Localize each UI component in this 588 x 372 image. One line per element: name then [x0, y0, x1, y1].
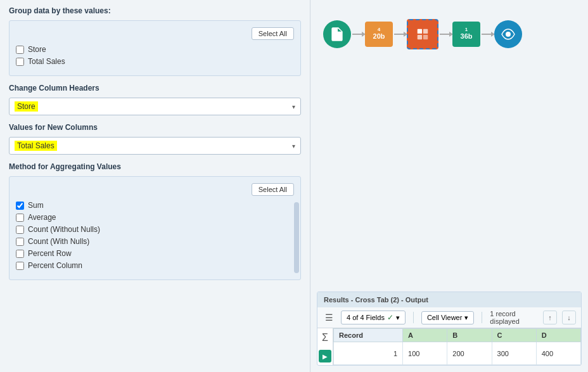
- aggregating-title: Method for Aggregating Values: [9, 162, 301, 171]
- checkbox-percent-row-row: Percent Row: [16, 249, 294, 258]
- fields-dropdown[interactable]: 4 of 4 Fields ✓ ▾: [341, 311, 406, 324]
- change-column-dropdown[interactable]: Store ▾: [9, 98, 301, 115]
- values-section: Values for New Columns Total Sales ▾: [9, 123, 301, 155]
- checkbox-count-with-nulls-row: Count (With Nulls): [16, 237, 294, 246]
- table-header-row: Record A B C D: [334, 329, 581, 342]
- values-dropdown-arrow-icon: ▾: [292, 143, 295, 150]
- checkbox-totalsales-row: Total Sales: [16, 57, 294, 66]
- record-count: 1 record displayed: [490, 310, 538, 325]
- node-book[interactable]: [323, 20, 351, 48]
- results-panel: Results - Cross Tab (2) - Output ☰ 4 of …: [317, 292, 582, 366]
- change-column-section: Change Column Headers Store ▾: [9, 84, 301, 115]
- col-header-c: C: [492, 329, 536, 342]
- left-panel: Group data by these values: Select All S…: [0, 0, 310, 372]
- values-section-title: Values for New Columns: [9, 123, 301, 132]
- cell-d-1: 400: [536, 342, 580, 365]
- group-section: Select All Store Total Sales: [9, 20, 301, 76]
- toolbar-divider-2: [482, 312, 482, 323]
- change-column-value: Store: [15, 101, 38, 112]
- node-count-inner: 4 20b: [365, 22, 393, 47]
- nav-down-button[interactable]: ↓: [562, 311, 576, 324]
- node-crosstab-inner: [408, 20, 437, 48]
- change-column-title: Change Column Headers: [9, 84, 301, 93]
- svg-rect-2: [418, 35, 422, 39]
- agg-select-all-button[interactable]: Select All: [252, 183, 294, 196]
- fields-check-icon: ✓: [387, 313, 393, 322]
- checkbox-percent-col-row: Percent Column: [16, 261, 294, 270]
- cell-viewer-dropdown[interactable]: Cell Viewer ▾: [421, 311, 474, 324]
- checkbox-sum-row: Sum: [16, 201, 294, 210]
- nav-up-button[interactable]: ↑: [543, 311, 557, 324]
- table-row: 1 100 200 300 400: [334, 342, 581, 365]
- values-dropdown-value: Total Sales: [15, 141, 57, 151]
- node-output-mid-label: 36b: [461, 32, 473, 41]
- workflow-nodes: 4 20b: [323, 19, 522, 49]
- node-browse[interactable]: [494, 20, 522, 48]
- checkbox-totalsales-label: Total Sales: [28, 57, 65, 66]
- checkbox-count-no-nulls-row: Count (Without Nulls): [16, 225, 294, 234]
- node-crosstab[interactable]: [407, 19, 438, 49]
- col-header-b: B: [447, 329, 492, 342]
- connector-4: [482, 34, 493, 35]
- checkbox-sum-label: Sum: [28, 201, 44, 210]
- checkbox-store[interactable]: [16, 46, 24, 54]
- fields-arrow-icon: ▾: [396, 314, 400, 322]
- checkbox-sum[interactable]: [16, 202, 24, 210]
- results-table: Record A B C D 1 100 200 300 400: [333, 328, 581, 365]
- checkbox-totalsales[interactable]: [16, 58, 24, 66]
- checkbox-store-label: Store: [28, 45, 46, 54]
- checkbox-percent-col-label: Percent Column: [28, 261, 82, 270]
- col-header-a: A: [403, 329, 447, 342]
- checkbox-percent-row[interactable]: [16, 250, 24, 258]
- checkbox-count-no-nulls-label: Count (Without Nulls): [28, 225, 100, 234]
- table-header: Record A B C D: [334, 329, 581, 342]
- checkbox-percent-col[interactable]: [16, 262, 24, 270]
- cell-record-1: 1: [334, 342, 403, 365]
- cell-a-1: 100: [403, 342, 447, 365]
- results-header: Results - Cross Tab (2) - Output: [317, 292, 581, 307]
- node-count[interactable]: 4 20b: [365, 22, 393, 47]
- toolbar-menu-icon[interactable]: ☰: [323, 311, 336, 324]
- col-header-d: D: [536, 329, 580, 342]
- svg-point-4: [506, 32, 511, 37]
- node-output[interactable]: 1 36b: [452, 22, 480, 47]
- table-body: 1 100 200 300 400: [334, 342, 581, 365]
- node-output-top-label: 1: [465, 27, 468, 32]
- checkbox-average-row: Average: [16, 213, 294, 222]
- crosstab-icon: [416, 27, 430, 41]
- connector-2: [394, 34, 406, 35]
- checkbox-count-with-nulls[interactable]: [16, 238, 24, 246]
- results-toolbar: ☰ 4 of 4 Fields ✓ ▾ Cell Viewer ▾ 1 reco…: [317, 307, 581, 328]
- browse-icon: [501, 27, 516, 42]
- checkbox-percent-row-label: Percent Row: [28, 249, 72, 258]
- col-header-record: Record: [334, 329, 403, 342]
- output-icon[interactable]: ▶: [319, 350, 331, 362]
- table-sidebar: Σ ▶: [317, 328, 333, 365]
- right-panel: 4 20b: [310, 0, 588, 372]
- svg-rect-3: [423, 35, 428, 39]
- node-count-top-label: 4: [378, 27, 380, 32]
- node-output-inner: 1 36b: [452, 22, 480, 47]
- sigma-icon[interactable]: Σ: [319, 331, 331, 345]
- svg-rect-1: [423, 29, 428, 34]
- aggregating-box: Select All Sum Average Count (Without Nu…: [9, 176, 301, 280]
- book-icon: [329, 26, 345, 42]
- agg-select-all-row: Select All: [16, 183, 294, 196]
- group-select-all-button[interactable]: Select All: [252, 27, 294, 40]
- connector-1: [352, 34, 364, 35]
- checkbox-count-with-nulls-label: Count (With Nulls): [28, 237, 89, 246]
- checkbox-count-no-nulls[interactable]: [16, 226, 24, 234]
- checkbox-store-row: Store: [16, 45, 294, 54]
- agg-scrollbar[interactable]: [294, 202, 299, 273]
- svg-rect-0: [418, 29, 422, 34]
- checkbox-average[interactable]: [16, 214, 24, 222]
- toolbar-divider-1: [413, 312, 414, 323]
- table-area: Σ ▶ Record A B C D 1 100: [317, 328, 581, 365]
- cell-viewer-label: Cell Viewer: [427, 314, 462, 321]
- values-dropdown[interactable]: Total Sales ▾: [9, 137, 301, 155]
- cell-b-1: 200: [447, 342, 492, 365]
- agg-scroll: Sum Average Count (Without Nulls) Count …: [16, 201, 294, 273]
- workflow-area: 4 20b: [317, 6, 582, 292]
- group-select-all-row: Select All: [16, 27, 294, 40]
- cell-viewer-arrow-icon: ▾: [464, 314, 468, 322]
